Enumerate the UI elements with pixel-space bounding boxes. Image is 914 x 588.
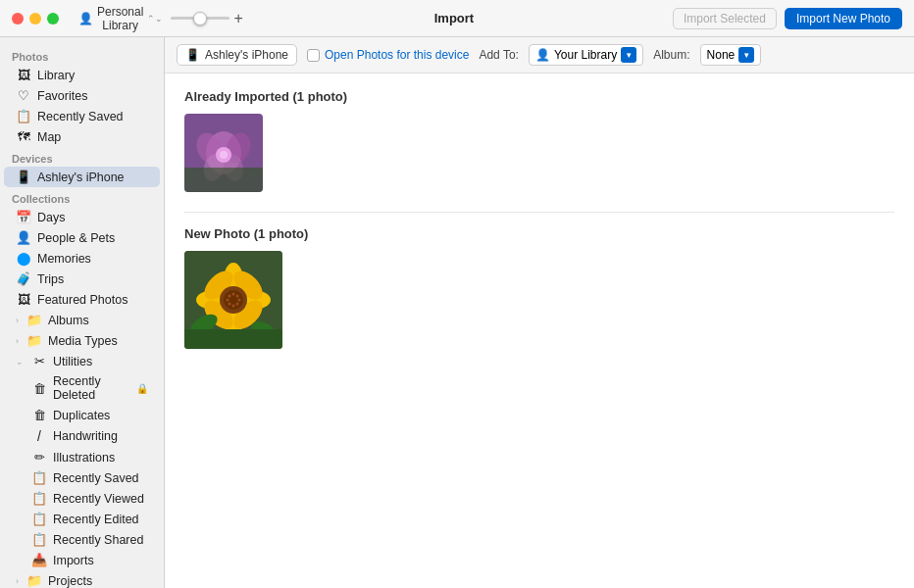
recently-shared-icon: 📋	[31, 532, 47, 547]
imports-label: Imports	[53, 554, 94, 567]
import-new-photo-button[interactable]: Import New Photo	[785, 8, 902, 29]
close-button[interactable]	[12, 13, 24, 24]
sidebar: Photos 🖼 Library ♡ Favorites 📋 Recently …	[0, 37, 165, 588]
new-photo-grid	[184, 251, 894, 349]
media-types-label: Media Types	[48, 334, 118, 348]
section-divider	[184, 212, 894, 213]
new-photo-title: New Photo (1 photo)	[184, 226, 894, 241]
sidebar-item-imports[interactable]: 📥 Imports	[4, 550, 160, 570]
featured-label: Featured Photos	[37, 293, 127, 307]
sidebar-item-recently-edited[interactable]: 📋 Recently Edited	[4, 509, 160, 529]
sidebar-item-illustrations[interactable]: ✏ Illustrations	[4, 447, 160, 467]
album-value-label: None	[707, 48, 736, 62]
new-photo-item[interactable]	[184, 251, 282, 349]
svg-point-28	[236, 303, 239, 306]
collections-section-label: Collections	[0, 187, 164, 207]
open-photos-checkbox[interactable]	[307, 49, 320, 62]
people-pets-icon: 👤	[16, 230, 31, 245]
photos-section-label: Photos	[0, 45, 164, 65]
slider-thumb[interactable]	[193, 12, 207, 25]
sidebar-item-media-types[interactable]: › 📁 Media Types	[4, 330, 160, 351]
sidebar-item-people-pets[interactable]: 👤 People & Pets	[4, 227, 160, 248]
sidebar-item-days[interactable]: 📅 Days	[4, 207, 160, 227]
sidebar-item-favorites[interactable]: ♡ Favorites	[4, 85, 160, 106]
recently-edited-label: Recently Edited	[53, 513, 139, 526]
utilities-chevron-icon: ⌄	[16, 357, 24, 367]
your-library-arrow: ▼	[621, 47, 636, 63]
sidebar-header: 👤 Personal Library ⌃⌄ +	[71, 5, 235, 32]
trips-icon: 🧳	[16, 271, 31, 286]
sidebar-item-trips[interactable]: 🧳 Trips	[4, 269, 160, 289]
days-label: Days	[37, 211, 65, 224]
sidebar-item-iphone[interactable]: 📱 Ashley's iPhone	[4, 167, 160, 187]
sidebar-item-recently-saved-util[interactable]: 📋 Recently Saved	[4, 467, 160, 488]
svg-point-26	[228, 303, 231, 306]
utilities-icon: ✂	[31, 354, 47, 368]
imports-icon: 📥	[31, 553, 47, 567]
album-select[interactable]: None ▼	[700, 44, 762, 66]
memories-icon: ⬤	[16, 251, 31, 266]
sidebar-item-albums[interactable]: › 📁 Albums	[4, 310, 160, 330]
sidebar-item-utilities[interactable]: ⌄ ✂ Utilities	[4, 351, 160, 371]
device-tab[interactable]: 📱 Ashley's iPhone	[177, 44, 297, 66]
handwriting-label: Handwriting	[53, 429, 118, 443]
recently-edited-icon: 📋	[31, 512, 47, 526]
minimize-button[interactable]	[29, 13, 41, 24]
svg-rect-31	[184, 329, 282, 349]
open-photos-button[interactable]: Open Photos for this device	[325, 48, 469, 62]
sidebar-item-library[interactable]: 🖼 Library	[4, 65, 160, 85]
already-imported-title: Already Imported (1 photo)	[184, 89, 894, 104]
sidebar-item-duplicates[interactable]: 🗑 Duplicates	[4, 405, 160, 425]
maximize-button[interactable]	[47, 13, 59, 24]
sidebar-item-handwriting[interactable]: / Handwriting	[4, 425, 160, 447]
zoom-slider[interactable]	[171, 17, 229, 20]
svg-point-21	[228, 295, 231, 298]
import-toolbar: 📱 Ashley's iPhone Open Photos for this d…	[165, 37, 914, 74]
already-imported-photo-svg	[184, 114, 263, 192]
your-library-label: Your Library	[554, 48, 617, 62]
iphone-label: Ashley's iPhone	[37, 171, 125, 184]
add-to-label: Add To:	[479, 48, 518, 62]
albums-label: Albums	[48, 314, 89, 327]
albums-icon: 📁	[26, 313, 42, 327]
svg-point-25	[238, 299, 241, 302]
titlebar-actions: Import Selected Import New Photo	[673, 8, 914, 29]
sidebar-item-projects[interactable]: › 📁 Projects	[4, 570, 160, 588]
sidebar-item-featured[interactable]: 🖼 Featured Photos	[4, 289, 160, 310]
titlebar: 👤 Personal Library ⌃⌄ + Import Import Se…	[0, 0, 914, 37]
projects-chevron-icon: ›	[16, 576, 19, 586]
window-controls	[0, 13, 71, 24]
personal-library-label: Personal Library	[97, 5, 143, 32]
devices-section-label: Devices	[0, 147, 164, 167]
device-tab-icon: 📱	[185, 48, 200, 62]
sidebar-item-recently-viewed[interactable]: 📋 Recently Viewed	[4, 488, 160, 509]
import-content: Already Imported (1 photo)	[165, 74, 914, 588]
import-selected-button[interactable]: Import Selected	[673, 8, 777, 29]
your-library-select[interactable]: 👤 Your Library ▼	[529, 44, 643, 66]
people-pets-label: People & Pets	[37, 231, 115, 245]
sidebar-item-recently-saved[interactable]: 📋 Recently Saved	[4, 106, 160, 126]
favorites-icon: ♡	[16, 88, 31, 103]
duplicates-label: Duplicates	[53, 409, 110, 422]
personal-library-button[interactable]: 👤 Personal Library ⌃⌄	[78, 5, 163, 32]
sidebar-item-memories[interactable]: ⬤ Memories	[4, 248, 160, 269]
svg-point-7	[220, 151, 228, 159]
main-layout: Photos 🖼 Library ♡ Favorites 📋 Recently …	[0, 37, 914, 588]
already-imported-photo[interactable]	[184, 114, 263, 192]
sidebar-item-recently-deleted[interactable]: 🗑 Recently Deleted 🔒	[4, 371, 160, 405]
recently-saved-util-icon: 📋	[31, 470, 47, 485]
memories-label: Memories	[37, 252, 91, 266]
days-icon: 📅	[16, 210, 31, 224]
sidebar-item-recently-shared[interactable]: 📋 Recently Shared	[4, 529, 160, 550]
device-tab-label: Ashley's iPhone	[205, 48, 288, 62]
illustrations-icon: ✏	[31, 450, 47, 465]
map-label: Map	[37, 130, 61, 144]
new-photo-svg	[184, 251, 282, 349]
person-library-icon: 👤	[535, 48, 550, 62]
sidebar-item-map[interactable]: 🗺 Map	[4, 126, 160, 147]
recently-deleted-icon: 🗑	[31, 381, 47, 396]
media-types-icon: 📁	[26, 333, 42, 348]
recently-saved-label: Recently Saved	[37, 110, 124, 123]
duplicates-icon: 🗑	[31, 408, 47, 422]
album-arrow: ▼	[738, 47, 754, 63]
